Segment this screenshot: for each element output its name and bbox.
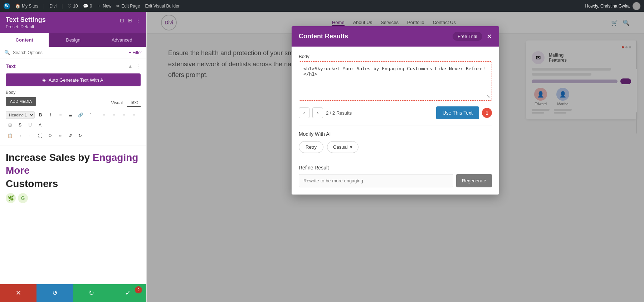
- left-panel: Text Settings Preset: Default ⊡ ⊞ ⋮ Cont…: [0, 12, 147, 302]
- italic-button[interactable]: I: [46, 111, 55, 119]
- align-justify-button[interactable]: ≡: [130, 111, 138, 119]
- align-right-button[interactable]: ≡: [119, 111, 128, 119]
- preview-icons: 🌿 G: [0, 193, 146, 206]
- redo-button-bar[interactable]: ↻: [73, 284, 110, 302]
- ai-icon: ◈: [42, 77, 46, 83]
- filter-button[interactable]: + Filter: [129, 50, 142, 55]
- editor-top-row: ADD MEDIA Visual Text: [6, 97, 141, 109]
- refine-label: Refine Result: [299, 165, 492, 171]
- modify-section: Modify With AI Retry Casual ▾: [299, 131, 492, 153]
- redo-button[interactable]: ↻: [76, 131, 84, 140]
- body-textarea-wrap: <h1>Skyrocket Your Sales by Engaging Cus…: [299, 61, 492, 101]
- divider-2: [299, 159, 492, 159]
- new-link[interactable]: ＋ New: [97, 3, 111, 9]
- format-select[interactable]: Heading 1: [6, 111, 35, 119]
- edit-page-link[interactable]: ✏ Edit Page: [116, 4, 140, 9]
- results-count: 2 / 2 Results: [326, 110, 352, 116]
- search-input[interactable]: [13, 50, 126, 55]
- resize-handle[interactable]: ⤡: [487, 94, 490, 99]
- casual-button[interactable]: Casual ▾: [327, 141, 358, 153]
- outdent-button[interactable]: ←: [26, 131, 34, 140]
- editor-tab-visual[interactable]: Visual: [108, 99, 126, 107]
- results-nav: ‹ › 2 / 2 Results Use This Text 1: [299, 106, 492, 119]
- blockquote-button[interactable]: ": [86, 111, 95, 119]
- panel-header: Text Settings Preset: Default ⊡ ⊞ ⋮: [0, 12, 146, 33]
- modify-actions: Retry Casual ▾: [299, 141, 492, 153]
- like-icon: ♡: [68, 4, 72, 9]
- undo-button[interactable]: ↺: [66, 131, 74, 140]
- user-avatar: [633, 2, 640, 10]
- likes-link[interactable]: ♡ 10: [68, 4, 78, 9]
- collapse-icon[interactable]: ▲: [128, 63, 133, 69]
- ordered-list-button[interactable]: ≣: [66, 111, 75, 119]
- table-button[interactable]: ⊞: [6, 121, 14, 129]
- save-button[interactable]: ✓ 2: [110, 284, 146, 302]
- undo-button-bar[interactable]: ↺: [36, 284, 73, 302]
- editor-toolbar: Heading 1 B I ≡ ≣ 🔗 " ≡ ≡ ≡ ≡ ⊞ S U A: [6, 111, 141, 129]
- wordpress-icon[interactable]: W: [4, 3, 10, 9]
- body-textarea[interactable]: <h1>Skyrocket Your Sales by Engaging Cus…: [303, 66, 487, 95]
- panel-search: 🔍 + Filter: [0, 47, 146, 58]
- edit-icon: ✏: [116, 4, 120, 9]
- unordered-list-button[interactable]: ≡: [56, 111, 65, 119]
- admin-bar: W 🏠 My Sites | Divi | ♡ 10 💬 0 ＋ New ✏ E…: [0, 0, 644, 12]
- section-icons: ▲ ⋮: [128, 63, 141, 69]
- next-result-button[interactable]: ›: [312, 107, 323, 118]
- divider-1: [299, 125, 492, 125]
- exit-builder-link[interactable]: Exit Visual Builder: [145, 4, 180, 9]
- grammar-check-icon[interactable]: G: [18, 193, 28, 203]
- underline-button[interactable]: U: [26, 121, 34, 129]
- toolbar-separator: [97, 112, 97, 118]
- emoji-button[interactable]: ☺: [56, 131, 64, 140]
- search-icon: 🔍: [4, 50, 10, 55]
- more-icon[interactable]: ⋮: [136, 18, 141, 23]
- align-left-button[interactable]: ≡: [99, 111, 108, 119]
- panel-header-icons: ⊡ ⊞ ⋮: [120, 18, 141, 23]
- admin-bar-left: W 🏠 My Sites | Divi | ♡ 10 💬 0 ＋ New ✏ E…: [4, 3, 580, 9]
- modal-close-button[interactable]: ✕: [487, 33, 492, 40]
- prev-result-button[interactable]: ‹: [299, 107, 309, 118]
- bottom-bar: ✕ ↺ ↻ ✓ 2: [0, 284, 146, 302]
- tab-content[interactable]: Content: [0, 33, 49, 47]
- ai-generate-button[interactable]: ◈ Auto Generate Text With AI: [6, 73, 141, 86]
- align-center-button[interactable]: ≡: [109, 111, 118, 119]
- user-greeting: Howdy, Christina Gwira: [585, 4, 630, 9]
- paste-button[interactable]: 📋: [6, 131, 14, 140]
- refine-input[interactable]: [299, 174, 453, 187]
- modal-overlay: Content Results Free Trial ✕ Body <h1>Sk…: [147, 12, 644, 302]
- special-char-button[interactable]: Ω: [46, 131, 54, 140]
- bold-button[interactable]: B: [36, 111, 45, 119]
- add-media-button[interactable]: ADD MEDIA: [6, 97, 36, 106]
- section-header: Text ▲ ⋮: [6, 63, 141, 69]
- preview-text: Increase Sales by Engaging More Customer…: [0, 145, 146, 193]
- strikethrough-button[interactable]: S: [16, 121, 24, 129]
- admin-bar-right: Howdy, Christina Gwira: [585, 2, 640, 10]
- cancel-button[interactable]: ✕: [0, 284, 36, 302]
- my-sites-link[interactable]: 🏠 My Sites: [15, 4, 38, 9]
- panel-tabs: Content Design Advanced: [0, 33, 146, 47]
- expand-icon[interactable]: ⊡: [120, 18, 124, 23]
- indent-button[interactable]: →: [16, 131, 24, 140]
- tab-advanced[interactable]: Advanced: [98, 33, 146, 47]
- editor-tab-text[interactable]: Text: [127, 99, 141, 107]
- use-this-text-button[interactable]: Use This Text: [436, 106, 479, 119]
- modal-title: Content Results: [299, 33, 348, 40]
- panel-title: Text Settings: [6, 16, 46, 24]
- modal-header: Content Results Free Trial ✕: [292, 26, 499, 47]
- tab-design[interactable]: Design: [49, 33, 97, 47]
- retry-button[interactable]: Retry: [299, 141, 323, 153]
- link-button[interactable]: 🔗: [76, 111, 85, 119]
- layout-icon[interactable]: ⊞: [128, 18, 132, 23]
- section-title: Text: [6, 63, 16, 69]
- comments-link[interactable]: 💬 0: [83, 4, 92, 9]
- color-button[interactable]: A: [36, 121, 44, 129]
- refine-section: Refine Result Regenerate: [299, 165, 492, 187]
- fullscreen-button[interactable]: ⛶: [36, 131, 44, 140]
- chevron-down-icon: ▾: [350, 144, 352, 150]
- grammarly-icon[interactable]: 🌿: [6, 193, 16, 203]
- free-trial-badge[interactable]: Free Trial: [453, 32, 482, 41]
- regenerate-button[interactable]: Regenerate: [456, 174, 492, 187]
- section-more-icon[interactable]: ⋮: [136, 63, 141, 69]
- content-results-modal: Content Results Free Trial ✕ Body <h1>Sk…: [292, 26, 499, 195]
- divi-link[interactable]: Divi: [49, 4, 57, 9]
